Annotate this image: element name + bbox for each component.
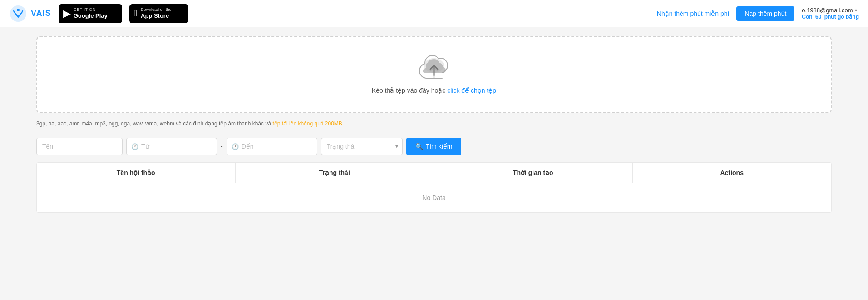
google-play-main: Google Play	[74, 12, 108, 20]
free-minutes-link[interactable]: Nhận thêm phút miễn phí	[657, 10, 730, 17]
col-time: Thời gian tạo	[434, 163, 633, 183]
user-info[interactable]: o.1988@gmail.com ▾ Còn 60 phút gõ bảng	[802, 7, 859, 20]
minutes-prefix: Còn	[802, 14, 812, 20]
svg-point-0	[10, 5, 26, 22]
google-play-badge[interactable]: ▶ GET IT ON Google Play	[59, 4, 122, 23]
app-store-sub: Download on the	[141, 7, 172, 12]
table-header: Tên hội thảo Trạng thái Thời gian tạo Ac…	[37, 163, 831, 183]
nap-button[interactable]: Nap thêm phút	[736, 6, 794, 21]
app-store-main: App Store	[141, 12, 172, 20]
logo-area: VAIS	[9, 5, 51, 23]
header: VAIS ▶ GET IT ON Google Play  Download …	[0, 0, 868, 27]
main-content: Kéo thả tệp vào đây hoặc click để chọn t…	[0, 27, 868, 222]
upload-click-link[interactable]: click để chọn tệp	[447, 87, 496, 94]
google-play-text: GET IT ON Google Play	[74, 7, 108, 19]
date-separator: -	[221, 143, 223, 150]
upload-drag-text: Kéo thả tệp vào đây hoặc	[372, 87, 445, 94]
no-data-label: No Data	[411, 183, 456, 212]
chevron-down-icon: ▾	[855, 8, 857, 13]
upload-formats: 3gp, aa, aac, amr, m4a, mp3, ogg, oga, w…	[36, 120, 832, 127]
google-play-sub: GET IT ON	[74, 7, 108, 12]
table-body: No Data	[37, 183, 831, 212]
vais-wordmark: VAIS	[31, 9, 51, 18]
user-minutes: Còn 60 phút gõ bảng	[802, 14, 859, 20]
header-right: Nhận thêm phút miễn phí Nap thêm phút o.…	[657, 6, 859, 21]
search-button-label: Tìm kiếm	[426, 143, 453, 150]
clock-icon-from: 🕐	[131, 143, 138, 150]
apple-icon: 	[134, 8, 137, 19]
clock-icon-to: 🕐	[232, 143, 239, 150]
from-label: Từ	[141, 143, 149, 150]
to-date-input[interactable]: 🕐 Đến	[227, 138, 317, 155]
minutes-suffix: phút gõ bảng	[824, 14, 859, 20]
user-email-area: o.1988@gmail.com ▾	[802, 7, 857, 14]
google-play-icon: ▶	[63, 9, 71, 19]
search-icon: 🔍	[415, 143, 423, 150]
status-select[interactable]: Trạng thái Đang xử lý Hoàn thành Thất bạ…	[321, 138, 403, 155]
app-store-badge[interactable]:  Download on the App Store	[129, 4, 188, 23]
search-bar: 🕐 Từ - 🕐 Đến Trạng thái Đang xử lý Hoàn …	[36, 138, 832, 155]
col-actions: Actions	[633, 163, 832, 183]
minutes-count: 60	[815, 14, 821, 20]
upload-area[interactable]: Kéo thả tệp vào đây hoặc click để chọn t…	[36, 36, 832, 113]
app-store-text: Download on the App Store	[141, 7, 172, 19]
col-name: Tên hội thảo	[37, 163, 236, 183]
search-button[interactable]: 🔍 Tìm kiếm	[406, 138, 462, 155]
table-container: Tên hội thảo Trạng thái Thời gian tạo Ac…	[36, 162, 832, 213]
from-date-input[interactable]: 🕐 Từ	[126, 138, 217, 155]
col-status: Trạng thái	[236, 163, 434, 183]
to-label: Đến	[242, 143, 254, 150]
search-name-input[interactable]	[36, 138, 123, 155]
vais-logo-icon	[9, 5, 27, 23]
svg-point-1	[17, 9, 20, 11]
formats-text: 3gp, aa, aac, amr, m4a, mp3, ogg, oga, w…	[36, 120, 271, 127]
formats-highlight: tệp tải lên không quá 200MB	[272, 120, 342, 127]
user-email-text: o.1988@gmail.com	[802, 7, 853, 14]
upload-text: Kéo thả tệp vào đây hoặc click để chọn t…	[372, 87, 496, 94]
upload-cloud-icon	[419, 55, 449, 81]
status-select-wrapper: Trạng thái Đang xử lý Hoàn thành Thất bạ…	[321, 138, 403, 155]
